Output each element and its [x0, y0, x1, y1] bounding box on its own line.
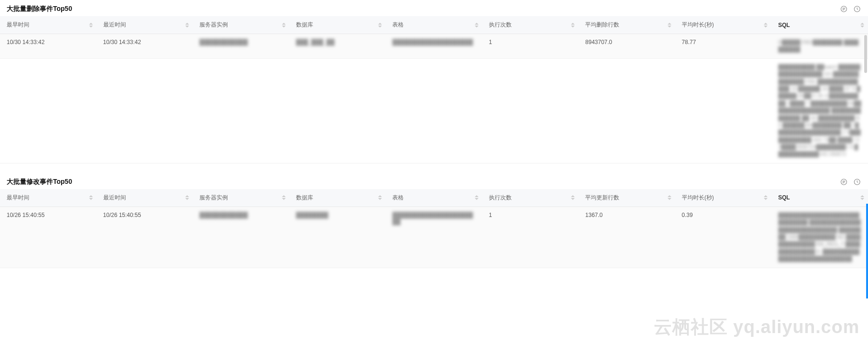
cell-latest: 10/26 15:40:55 [97, 207, 193, 268]
col-avgrows[interactable]: 平均更新行数 [579, 189, 675, 207]
refresh-icon[interactable] [853, 5, 861, 13]
col-avgrows[interactable]: 平均删除行数 [579, 16, 675, 34]
cell-earliest: 10/26 15:40:55 [0, 207, 97, 268]
cell-latest: 10/30 14:33:42 [97, 34, 193, 59]
col-server[interactable]: 服务器实例 [193, 16, 289, 34]
scrollbar-thumb[interactable] [864, 35, 867, 73]
sort-icon[interactable] [378, 195, 382, 200]
table-wrapper: 最早时间 最近时间 服务器实例 数据库 表格 执行次数 平均更新行数 平均时长(… [0, 189, 868, 268]
panel-actions [840, 5, 861, 13]
sort-icon[interactable] [860, 195, 864, 200]
cell-table [386, 58, 482, 163]
table-row[interactable]: ██████████ ██batch ██████████████████ DD… [0, 58, 868, 163]
sort-icon[interactable] [668, 23, 671, 27]
panel-title: 大批量修改事件Top50 [7, 178, 72, 186]
col-db[interactable]: 数据库 [289, 16, 386, 34]
refresh-icon[interactable] [853, 178, 861, 186]
col-earliest[interactable]: 最早时间 [0, 16, 97, 34]
sort-icon[interactable] [764, 23, 768, 27]
col-latest[interactable]: 最近时间 [97, 16, 193, 34]
cell-avgdur [675, 58, 772, 163]
panel-header: 大批量删除事件Top50 [0, 0, 868, 16]
sort-icon[interactable] [764, 195, 768, 200]
col-server[interactable]: 服务器实例 [193, 189, 289, 207]
cell-avgrows: 8943707.0 [579, 34, 675, 59]
side-accent-bar [866, 204, 868, 278]
col-exec[interactable]: 执行次数 [482, 189, 579, 207]
cell-table: ██████████████████████ [386, 207, 482, 268]
sort-icon[interactable] [89, 23, 93, 27]
col-db[interactable]: 数据库 [289, 189, 386, 207]
sort-icon[interactable] [185, 23, 189, 27]
col-avgdur[interactable]: 平均时长(秒) [675, 189, 772, 207]
table-row[interactable]: 10/30 14:33:42 10/30 14:33:42 ██████████… [0, 34, 868, 59]
table-wrapper: 最早时间 最近时间 服务器实例 数据库 表格 执行次数 平均删除行数 平均时长(… [0, 16, 868, 163]
cell-db: ███_███_██ [289, 34, 386, 59]
sort-icon[interactable] [282, 23, 286, 27]
sort-icon[interactable] [89, 195, 93, 200]
cell-server: ████████████ [193, 207, 289, 268]
cell-avgrows: 1367.0 [579, 207, 675, 268]
col-exec[interactable]: 执行次数 [482, 16, 579, 34]
cell-db [289, 58, 386, 163]
table-header-row: 最早时间 最近时间 服务器实例 数据库 表格 执行次数 平均更新行数 平均时长(… [0, 189, 868, 207]
cell-sql: ██████████████████████████████ █████████… [771, 207, 868, 268]
delete-events-table: 最早时间 最近时间 服务器实例 数据库 表格 执行次数 平均删除行数 平均时长(… [0, 16, 868, 163]
col-earliest[interactable]: 最早时间 [0, 189, 97, 207]
cell-sql: D█████ FRO████████ ██████████ [771, 34, 868, 59]
cell-table: ████████████████████ [386, 34, 482, 59]
cell-avgdur: 0.39 [675, 207, 772, 268]
col-latest[interactable]: 最近时间 [97, 189, 193, 207]
sort-icon[interactable] [185, 195, 189, 200]
cell-latest [97, 58, 193, 163]
cell-db: ████████ [289, 207, 386, 268]
delete-events-panel: 大批量删除事件Top50 最早时间 最近时间 服务器实例 数据库 表格 [0, 0, 868, 163]
log-icon[interactable] [840, 178, 848, 186]
cell-server: ████████████ [193, 34, 289, 59]
sort-icon[interactable] [668, 195, 671, 200]
col-sql[interactable]: SQL [771, 189, 868, 207]
col-avgdur[interactable]: 平均时长(秒) [675, 16, 772, 34]
cell-earliest: 10/30 14:33:42 [0, 34, 97, 59]
sort-icon[interactable] [475, 23, 479, 27]
panel-actions [840, 178, 861, 186]
cell-avgdur: 78.77 [675, 34, 772, 59]
sort-icon[interactable] [378, 23, 382, 27]
panel-title: 大批量删除事件Top50 [7, 5, 72, 13]
update-events-panel: 大批量修改事件Top50 最早时间 最近时间 服务器实例 数据库 表格 [0, 173, 868, 268]
cell-exec [482, 58, 579, 163]
sort-icon[interactable] [475, 195, 479, 200]
cell-server [193, 58, 289, 163]
cell-earliest [0, 58, 97, 163]
col-table[interactable]: 表格 [386, 16, 482, 34]
update-events-table: 最早时间 最近时间 服务器实例 数据库 表格 执行次数 平均更新行数 平均时长(… [0, 189, 868, 268]
table-header-row: 最早时间 最近时间 服务器实例 数据库 表格 执行次数 平均删除行数 平均时长(… [0, 16, 868, 34]
sort-icon[interactable] [282, 195, 286, 200]
cell-avgrows [579, 58, 675, 163]
cell-exec: 1 [482, 34, 579, 59]
col-table[interactable]: 表格 [386, 189, 482, 207]
table-row[interactable]: 10/26 15:40:55 10/26 15:40:55 ██████████… [0, 207, 868, 268]
panel-header: 大批量修改事件Top50 [0, 173, 868, 189]
sort-icon[interactable] [571, 195, 575, 200]
cell-sql: ██████████ ██batch ██████████████████ DD… [771, 58, 868, 163]
col-sql[interactable]: SQL [771, 16, 868, 34]
sort-icon[interactable] [571, 23, 575, 27]
cell-exec: 1 [482, 207, 579, 268]
log-icon[interactable] [840, 5, 848, 13]
sort-icon[interactable] [860, 23, 864, 27]
